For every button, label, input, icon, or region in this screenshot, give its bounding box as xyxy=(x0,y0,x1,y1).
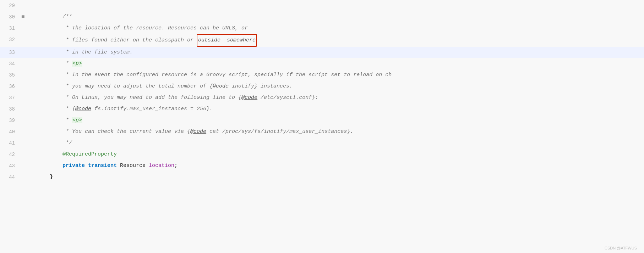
code-line-30: 30 ≡ /** xyxy=(0,11,644,23)
line-number-33: 33 xyxy=(0,47,21,58)
line-content-34: * <p> xyxy=(28,58,644,69)
line-content-41: */ xyxy=(28,137,644,149)
tag-p-39: <p> xyxy=(72,117,82,123)
code-line-36: 36 * you may need to adjust the total nu… xyxy=(0,81,644,92)
code-line-42: 42 @RequiredProperty xyxy=(0,149,644,160)
line-content-37: * On Linux, you may need to add the foll… xyxy=(28,92,644,103)
line-content-32: * files found either on the classpath or… xyxy=(28,34,644,47)
tag-p-34: <p> xyxy=(72,61,82,67)
line-content-38: * {@code fs.inotify.max_user_instances =… xyxy=(28,103,644,115)
line-content-35: * In the event the configured resource i… xyxy=(28,69,644,81)
line-number-44: 44 xyxy=(0,172,21,183)
line-number-38: 38 xyxy=(0,103,21,115)
atcode-link-40: @code xyxy=(190,129,206,135)
code-line-29: 29 xyxy=(0,0,644,11)
atcode-link-36: @code xyxy=(213,83,229,89)
line-number-35: 35 xyxy=(0,69,21,81)
line-content-30: /** xyxy=(28,11,644,23)
line-content-40: * You can check the current value via {@… xyxy=(28,126,644,137)
line-marker-30: ≡ xyxy=(21,11,28,23)
line-content-36: * you may need to adjust the total numbe… xyxy=(28,81,644,92)
code-line-40: 40 * You can check the current value via… xyxy=(0,126,644,137)
line-number-41: 41 xyxy=(0,137,21,149)
line-number-39: 39 xyxy=(0,115,21,126)
code-line-44: 44 } xyxy=(0,172,644,183)
atcode-link-37: @code xyxy=(241,95,257,101)
line-number-32: 32 xyxy=(0,34,21,45)
line-number-43: 43 xyxy=(0,160,21,172)
line-content-43: private transient Resource location; xyxy=(28,160,644,172)
code-line-43: 43 private transient Resource location; xyxy=(0,160,644,172)
watermark: CSDN @ATFWUS xyxy=(605,246,637,250)
line-number-29: 29 xyxy=(0,0,21,11)
line-number-40: 40 xyxy=(0,126,21,137)
code-line-32: 32 * files found either on the classpath… xyxy=(0,34,644,47)
annotation-required-property: @RequiredProperty xyxy=(50,151,117,157)
closing-brace: } xyxy=(50,174,53,180)
code-line-39: 39 * <p> xyxy=(0,115,644,126)
line-number-30: 30 xyxy=(0,11,21,23)
code-line-31: 31 * The location of the resource. Resou… xyxy=(0,23,644,34)
line-number-37: 37 xyxy=(0,92,21,103)
var-location: location xyxy=(149,163,174,169)
code-line-37: 37 * On Linux, you may need to add the f… xyxy=(0,92,644,103)
code-line-41: 41 */ xyxy=(0,137,644,149)
semicolon: ; xyxy=(174,163,178,169)
line-content-39: * <p> xyxy=(28,115,644,126)
code-line-35: 35 * In the event the configured resourc… xyxy=(0,69,644,81)
code-line-38: 38 * {@code fs.inotify.max_user_instance… xyxy=(0,103,644,115)
line-number-31: 31 xyxy=(0,23,21,34)
line-content-42: @RequiredProperty xyxy=(28,149,644,160)
line-content-33: * in the file system. xyxy=(28,47,644,58)
line-number-36: 36 xyxy=(0,81,21,92)
line-content-44: } xyxy=(28,172,644,183)
line-number-34: 34 xyxy=(0,58,21,69)
atcode-link-38: @code xyxy=(75,106,91,112)
code-editor: 29 30 ≡ /** 31 * The location of the res… xyxy=(0,0,644,253)
line-content-31: * The location of the resource. Resource… xyxy=(28,23,644,34)
keyword-private: private xyxy=(50,163,88,169)
line-number-42: 42 xyxy=(0,149,21,160)
code-line-34: 34 * <p> xyxy=(0,58,644,69)
keyword-transient: transient xyxy=(88,163,120,169)
highlight-outside-somewhere: outside somewhere xyxy=(197,34,257,47)
code-line-33: 33 * in the file system. xyxy=(0,47,644,58)
type-resource: Resource xyxy=(120,163,149,169)
